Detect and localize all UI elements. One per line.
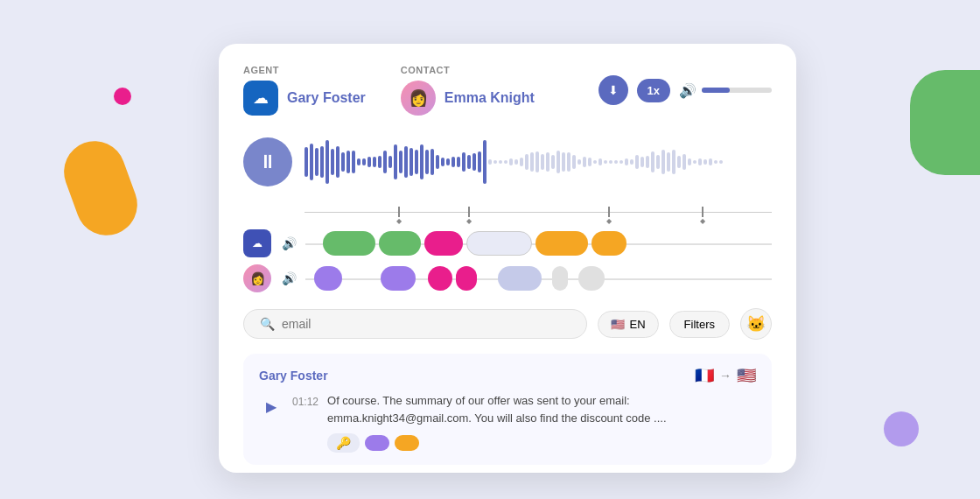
search-row: 🔍 🇺🇸 EN Filters 🐱 xyxy=(243,308,772,340)
timeline-marker-1 xyxy=(398,207,400,217)
waveform-bar xyxy=(551,155,555,170)
waveform-bar xyxy=(394,144,397,179)
waveform-bar xyxy=(483,140,486,184)
waveform-bar xyxy=(640,157,644,167)
playback-controls: ⬇ 1x 🔊 xyxy=(598,75,772,105)
waveform-bar xyxy=(677,156,681,169)
waveform-bar xyxy=(368,157,371,167)
waveform-bar xyxy=(536,151,539,172)
waveform-bar xyxy=(310,144,313,181)
contact-speaker-icon: 🔊 xyxy=(282,271,297,285)
waveform-bar xyxy=(362,158,366,165)
waveform-bar xyxy=(667,152,670,171)
waveform-bar xyxy=(656,155,660,168)
contact-seg-6 xyxy=(552,266,568,291)
waveform-bar xyxy=(415,150,418,173)
bg-green-shape xyxy=(910,70,980,175)
speed-button[interactable]: 1x xyxy=(637,79,670,102)
timeline-marker-3 xyxy=(608,207,610,217)
agent-info: ☁ Gary Foster xyxy=(243,81,366,116)
pause-icon: ⏸ xyxy=(258,151,277,173)
waveform-bar xyxy=(520,158,523,167)
waveform-bar xyxy=(326,140,329,184)
agent-avatar: ☁ xyxy=(243,81,278,116)
tag-purple xyxy=(365,435,389,451)
source-flag: 🇫🇷 xyxy=(695,366,714,385)
waveform-bar xyxy=(331,149,334,175)
timeline xyxy=(304,205,772,219)
download-button[interactable]: ⬇ xyxy=(598,75,628,105)
waveform-bar xyxy=(446,158,450,165)
contact-seg-3 xyxy=(428,266,452,291)
timeline-marker-4 xyxy=(702,207,704,217)
emoji-button[interactable]: 🐱 xyxy=(740,308,772,340)
play-pause-button[interactable]: ⏸ xyxy=(243,137,292,186)
contact-block: CONTACT 👩 Emma Knight xyxy=(401,65,535,116)
waveform-bar xyxy=(352,151,355,173)
waveform-bar xyxy=(404,146,408,178)
waveform-bar xyxy=(588,158,592,167)
transcript-play-button[interactable]: ▶ xyxy=(259,394,284,418)
tag-row: 🔑 xyxy=(327,433,756,453)
volume-icon: 🔊 xyxy=(679,82,696,99)
volume-bar[interactable] xyxy=(702,88,772,93)
agent-speaker-icon: 🔊 xyxy=(282,236,297,250)
waveform-bar xyxy=(635,155,639,168)
waveform-bar xyxy=(441,158,444,166)
tag-orange xyxy=(395,435,419,451)
main-card: AGENT ☁ Gary Foster CONTACT 👩 Emma Knigh… xyxy=(219,44,796,473)
contact-track-icon: 👩 xyxy=(250,271,265,285)
agent-block: AGENT ☁ Gary Foster xyxy=(243,65,366,116)
waveform-bar xyxy=(315,148,318,177)
search-input[interactable] xyxy=(282,317,570,331)
waveform-bar xyxy=(556,151,560,172)
waveform-bar xyxy=(320,146,324,178)
waveform-bar xyxy=(399,151,402,173)
waveform-bar xyxy=(630,159,634,165)
agent-seg-6 xyxy=(592,231,626,256)
waveform-bar xyxy=(478,151,481,172)
transcript-header: Gary Foster 🇫🇷 → 🇺🇸 xyxy=(259,366,756,385)
waveform-bar xyxy=(583,157,586,166)
waveform-bar xyxy=(452,157,455,166)
waveform-bar xyxy=(530,152,534,171)
agent-seg-5 xyxy=(536,231,588,256)
search-box[interactable]: 🔍 xyxy=(243,309,587,339)
waveform-bar xyxy=(472,153,476,171)
waveform-bar xyxy=(578,159,581,165)
waveform-bar xyxy=(494,160,497,164)
contact-info: 👩 Emma Knight xyxy=(401,81,535,116)
waveform-bar xyxy=(357,158,360,165)
waveform-bar xyxy=(693,160,696,164)
filters-button[interactable]: Filters xyxy=(669,311,730,338)
contact-seg-7 xyxy=(578,266,605,291)
contact-track-avatar: 👩 xyxy=(243,264,271,292)
waveform-bar xyxy=(662,150,665,174)
waveform[interactable] xyxy=(304,131,772,193)
waveform-bar xyxy=(598,158,602,165)
waveform-bar xyxy=(457,157,460,167)
waveform-bar xyxy=(646,156,649,169)
waveform-bar xyxy=(672,150,676,173)
contact-seg-1 xyxy=(314,266,342,291)
waveform-bar xyxy=(567,152,570,172)
waveform-bar xyxy=(651,151,654,172)
waveform-bar xyxy=(604,160,607,164)
download-icon: ⬇ xyxy=(608,83,619,97)
lang-label: EN xyxy=(630,318,646,331)
waveform-bar xyxy=(614,160,618,164)
agent-seg-2 xyxy=(379,231,421,256)
transcript-body: ▶ 01:12 Of course. The summary of our of… xyxy=(259,392,756,453)
volume-control: 🔊 xyxy=(679,82,772,99)
tracks-container: ☁ 🔊 👩 🔊 xyxy=(243,229,772,292)
waveform-bar xyxy=(719,160,723,164)
transcript-play-icon: ▶ xyxy=(266,398,276,415)
waveform-bar xyxy=(346,151,350,173)
contact-track-row: 👩 🔊 xyxy=(243,264,772,292)
contact-name: Emma Knight xyxy=(444,90,535,106)
transcript-timestamp: 01:12 xyxy=(292,396,318,408)
waveform-bar xyxy=(709,158,712,165)
language-button[interactable]: 🇺🇸 EN xyxy=(598,311,659,338)
waveform-bar xyxy=(546,152,550,172)
waveform-bar xyxy=(704,159,707,165)
